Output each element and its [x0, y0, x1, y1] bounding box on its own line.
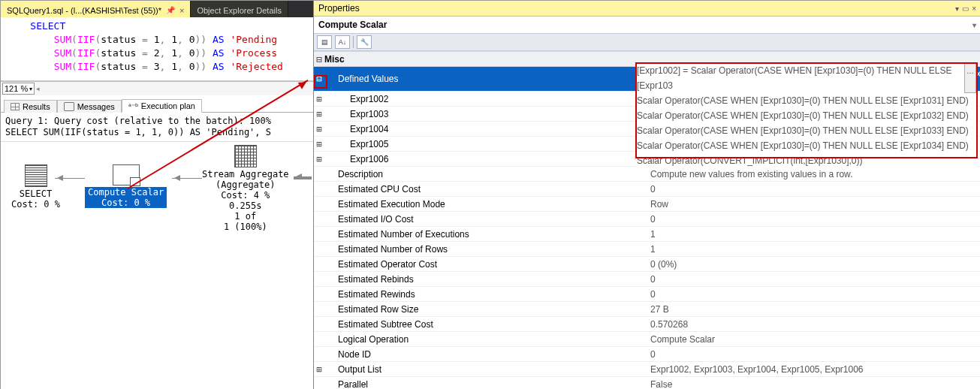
- expand-icon[interactable]: ⊞: [314, 139, 324, 149]
- sql-editor[interactable]: SELECT SUM(IIF(status = 1, 1, 0)) AS 'Pe…: [1, 17, 313, 81]
- close-icon[interactable]: ×: [179, 6, 184, 15]
- property-value: 0: [647, 348, 980, 361]
- expand-icon[interactable]: ⊟: [314, 74, 324, 84]
- property-row[interactable]: DescriptionCompute new values from exist…: [314, 167, 980, 182]
- property-name: Output List: [324, 363, 647, 376]
- tab-messages[interactable]: Messages: [57, 100, 122, 113]
- expand-icon[interactable]: ⊟: [314, 54, 324, 65]
- property-name: Estimated Rewinds: [324, 288, 647, 301]
- property-row[interactable]: Node ID0: [314, 347, 980, 362]
- property-name: Estimated Rebinds: [324, 273, 647, 286]
- popup-line: Scalar Operator(CASE WHEN [Expr1030]=(0)…: [637, 138, 976, 153]
- property-value: 0 (0%): [647, 258, 980, 271]
- property-value: 0: [647, 288, 980, 301]
- property-value: 0: [647, 273, 980, 286]
- plan-arrow: [172, 178, 202, 179]
- tab-execution-plan[interactable]: ᵃ⁻ᵇExecution plan: [122, 99, 202, 113]
- property-value: Compute new values from existing values …: [647, 167, 980, 181]
- tab-results[interactable]: Results: [4, 100, 57, 113]
- sort-icon[interactable]: A↓: [335, 35, 350, 49]
- properties-object-selector[interactable]: Compute Scalar ▾: [314, 17, 980, 33]
- pin-icon[interactable]: ▭: [962, 5, 969, 13]
- property-row[interactable]: Estimated Subtree Cost0.570268: [314, 317, 980, 332]
- property-name: Expr1006: [324, 152, 659, 166]
- property-row[interactable]: Estimated Rebinds0: [314, 272, 980, 287]
- property-name: Node ID: [324, 348, 647, 361]
- popup-line: Scalar Operator(CASE WHEN [Expr1030]=(0)…: [637, 108, 976, 123]
- property-value: 27 B: [647, 303, 980, 316]
- expand-icon[interactable]: ⊞: [314, 364, 324, 375]
- dropdown-icon[interactable]: ▾: [955, 5, 959, 13]
- property-name: Expr1004: [324, 122, 659, 136]
- properties-toolbar: ▤ A↓ 🔧: [314, 33, 980, 51]
- property-name: Estimated CPU Cost: [324, 182, 647, 196]
- close-icon[interactable]: ×: [972, 5, 976, 13]
- property-name: Defined Values: [324, 72, 647, 86]
- expand-icon[interactable]: ⊞: [314, 109, 324, 119]
- expand-icon[interactable]: ⊞: [314, 154, 324, 164]
- property-name: Parallel: [324, 378, 647, 390]
- property-row[interactable]: Estimated Number of Rows1: [314, 242, 980, 257]
- property-name: Misc: [324, 53, 634, 66]
- stream-aggregate-icon: [234, 145, 257, 167]
- panel-title: Properties: [318, 3, 360, 14]
- tab-object-explorer[interactable]: Object Explorer Details: [191, 1, 288, 17]
- plan-arrow: [294, 176, 312, 179]
- property-value: Compute Scalar: [647, 333, 980, 346]
- chevron-down-icon: ▾: [972, 21, 976, 29]
- property-value: 0: [647, 213, 980, 226]
- property-name: Description: [324, 167, 647, 181]
- property-row[interactable]: ⊞Output ListExpr1002, Expr1003, Expr1004…: [314, 362, 980, 377]
- property-row[interactable]: Estimated Row Size27 B: [314, 302, 980, 317]
- property-row[interactable]: Estimated Operator Cost0 (0%): [314, 257, 980, 272]
- property-value: 1: [647, 243, 980, 256]
- properties-panel: Properties ▾ ▭ × Compute Scalar ▾ ▤ A↓ 🔧…: [314, 1, 980, 389]
- property-row[interactable]: Estimated Rewinds0: [314, 287, 980, 302]
- property-row[interactable]: Estimated I/O Cost0: [314, 212, 980, 227]
- expand-icon[interactable]: ⊞: [314, 124, 324, 134]
- pin-icon[interactable]: 📌: [166, 6, 175, 14]
- property-name: Expr1005: [324, 137, 659, 151]
- plan-icon: ᵃ⁻ᵇ: [128, 102, 138, 110]
- property-row[interactable]: Estimated CPU Cost0: [314, 182, 980, 197]
- property-value: Expr1002, Expr1003, Expr1004, Expr1005, …: [647, 363, 980, 376]
- property-name: Logical Operation: [324, 333, 647, 346]
- tab-label: SQLQuery1.sql - (l...(KASHISH\Test (55))…: [7, 6, 161, 15]
- properties-title-bar: Properties ▾ ▭ ×: [314, 1, 980, 17]
- expand-icon[interactable]: ⊞: [314, 94, 324, 104]
- zoom-left-icon[interactable]: ◂: [36, 85, 40, 92]
- wrench-icon[interactable]: 🔧: [357, 35, 372, 49]
- defined-values-popup: [Expr1002] = Scalar Operator(CASE WHEN […: [637, 63, 976, 168]
- property-name: Estimated Operator Cost: [324, 258, 647, 271]
- left-pane: SQLQuery1.sql - (l...(KASHISH\Test (55))…: [1, 1, 314, 389]
- select-icon: [25, 164, 47, 187]
- popup-line: Scalar Operator(CASE WHEN [Expr1030]=(0)…: [637, 93, 976, 108]
- zoom-dropdown[interactable]: 121 % ▾: [2, 83, 35, 95]
- property-name: Estimated Row Size: [324, 303, 647, 316]
- message-icon: [64, 102, 74, 111]
- property-name: Estimated Number of Executions: [324, 228, 647, 241]
- property-row[interactable]: Estimated Number of Executions1: [314, 227, 980, 242]
- property-row[interactable]: Estimated Execution ModeRow: [314, 197, 980, 212]
- document-tabstrip: SQLQuery1.sql - (l...(KASHISH\Test (55))…: [1, 1, 313, 17]
- tab-sqlquery[interactable]: SQLQuery1.sql - (l...(KASHISH\Test (55))…: [1, 1, 191, 17]
- execution-plan-canvas[interactable]: SELECT Cost: 0 % Compute Scalar Cost: 0 …: [1, 142, 313, 389]
- plan-node-select[interactable]: SELECT Cost: 0 %: [11, 164, 60, 210]
- plan-header: Query 1: Query cost (relative to the bat…: [1, 113, 313, 142]
- property-name: Expr1003: [324, 107, 659, 121]
- property-value: Row: [647, 198, 980, 211]
- categorize-icon[interactable]: ▤: [317, 35, 332, 49]
- property-value: 1: [647, 228, 980, 241]
- ellipsis-button[interactable]: …: [964, 63, 976, 93]
- property-value: False: [647, 378, 980, 390]
- zoom-bar: 121 % ▾ ◂: [1, 81, 313, 95]
- property-row[interactable]: Logical OperationCompute Scalar: [314, 332, 980, 347]
- popup-line: [Expr1002] = Scalar Operator(CASE WHEN […: [637, 63, 976, 93]
- property-name: Estimated Number of Rows: [324, 243, 647, 256]
- property-name: Estimated Subtree Cost: [324, 318, 647, 331]
- property-row[interactable]: ParallelFalse: [314, 377, 980, 389]
- plan-arrow: [55, 178, 85, 179]
- plan-node-stream-aggregate[interactable]: Stream Aggregate (Aggregate) Cost: 4 % 0…: [202, 145, 289, 232]
- property-name: Estimated Execution Mode: [324, 198, 647, 211]
- property-value: [634, 58, 980, 61]
